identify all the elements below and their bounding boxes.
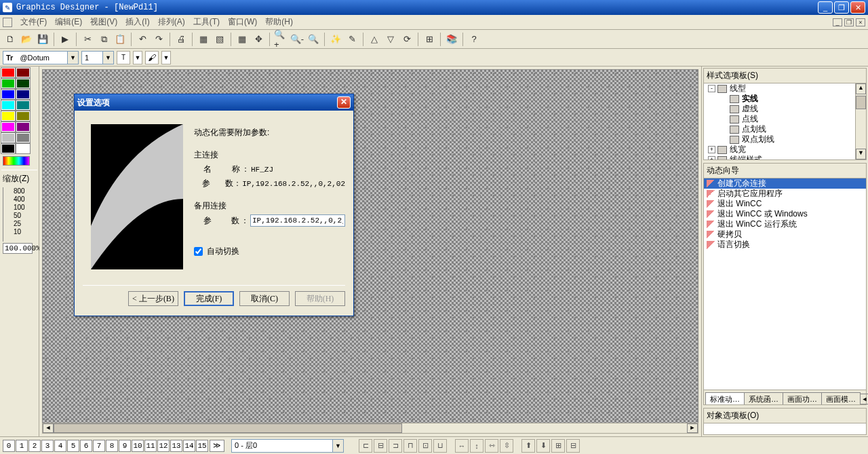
scroll-down-icon[interactable]: ▼ — [856, 149, 866, 159]
wizard-item[interactable]: 启动其它应用程序 — [704, 189, 866, 199]
menu-item[interactable]: 帮助(H) — [261, 15, 297, 29]
layer-tab[interactable]: 4 — [54, 440, 66, 452]
same-height-icon[interactable]: ⇳ — [500, 439, 513, 453]
same-width-icon[interactable]: ⇿ — [485, 439, 498, 453]
layer-tab[interactable]: 11 — [144, 440, 157, 452]
bring-front-icon[interactable]: ⬆ — [521, 439, 535, 453]
tree-row[interactable]: 实线 — [704, 94, 855, 104]
tree-row[interactable]: 点线 — [704, 114, 855, 124]
auto-switch-check[interactable] — [194, 247, 203, 256]
color-swatch[interactable] — [1, 122, 15, 132]
color-swatch[interactable] — [1, 100, 15, 110]
color-swatch[interactable] — [16, 122, 30, 132]
scroll-left-icon[interactable]: ◄ — [43, 423, 54, 433]
wizard-tab[interactable]: 画面模… — [821, 392, 861, 404]
layer-tab[interactable]: 0 — [3, 440, 15, 452]
auto-switch-checkbox[interactable]: 自动切换 — [194, 246, 345, 257]
grid1-button[interactable]: ▦ — [196, 32, 211, 47]
layer-combo[interactable]: 0 - 层0 ▼ — [231, 439, 344, 453]
help-button[interactable]: 帮助(H) — [295, 291, 345, 306]
fill-color-picker[interactable]: 🖌 — [145, 51, 159, 64]
horizontal-scrollbar[interactable]: ◄ ► — [42, 423, 698, 434]
align-bottom-icon[interactable]: ⊔ — [433, 439, 447, 453]
save-button[interactable]: 💾 — [35, 32, 50, 47]
fontsize-combo[interactable]: 1 ▼ — [81, 51, 114, 64]
text-color-picker[interactable]: T — [117, 51, 130, 64]
style-scrollbar[interactable]: ▲ ▼ — [855, 83, 866, 159]
wizard-tab[interactable]: 系统函… — [744, 392, 783, 404]
align-center-h-icon[interactable]: ⊟ — [374, 439, 387, 453]
wizard-tab[interactable]: 标准动… — [705, 392, 745, 404]
mdi-minimize-icon[interactable]: _ — [833, 18, 842, 26]
grid2-button[interactable]: ▧ — [212, 32, 227, 47]
scroll-up-icon[interactable]: ▲ — [856, 83, 866, 94]
text-color-arrow[interactable]: ▼ — [133, 51, 142, 64]
zoomfit-button[interactable]: 🔍 — [306, 32, 321, 47]
menu-item[interactable]: 窗口(W) — [224, 15, 261, 29]
rotate-button[interactable]: ⟳ — [399, 32, 414, 47]
color-swatch[interactable] — [16, 133, 30, 143]
zoomin-button[interactable]: 🔍+ — [273, 32, 288, 47]
color-swatch[interactable] — [16, 79, 30, 88]
layer-tab[interactable]: 12 — [157, 440, 170, 452]
edit-button[interactable]: ✎ — [344, 32, 359, 47]
more-layers-button[interactable]: ≫ — [210, 440, 224, 452]
dialog-close-button[interactable]: ✕ — [337, 96, 351, 109]
group-icon[interactable]: ⊞ — [551, 439, 565, 453]
menu-item[interactable]: 排列(A) — [154, 15, 189, 29]
tree-row[interactable]: 虚线 — [704, 104, 855, 114]
wizard-item[interactable]: 语言切换 — [704, 240, 866, 250]
align-left-icon[interactable]: ⊏ — [359, 439, 372, 453]
color-swatch[interactable] — [16, 90, 30, 99]
tree-row[interactable]: 点划线 — [704, 124, 855, 134]
tree-row[interactable]: +线宽 — [704, 145, 855, 155]
zoomout-button[interactable]: 🔍- — [290, 32, 304, 47]
wizard-item[interactable]: 退出 WinCC — [704, 199, 866, 209]
open-button[interactable]: 📂 — [19, 32, 34, 47]
wizard-item[interactable]: 退出 WinCC 运行系统 — [704, 219, 866, 229]
color-swatch[interactable] — [1, 68, 15, 77]
paste-button[interactable]: 📋 — [113, 32, 127, 47]
expand-icon[interactable]: - — [708, 85, 715, 92]
wizard-item[interactable]: 创建冗余连接 — [704, 178, 866, 189]
dist-h-icon[interactable]: ↔ — [455, 439, 469, 453]
cut-button[interactable]: ✂ — [80, 32, 95, 47]
menu-item[interactable]: 工具(T) — [189, 15, 224, 29]
grid-toggle-button[interactable]: ▦ — [235, 32, 250, 47]
layer-tab[interactable]: 2 — [28, 440, 41, 452]
zoom-value[interactable]: 100.000% — [3, 243, 33, 254]
menu-item[interactable]: 视图(V) — [86, 15, 121, 29]
backup-param-input[interactable] — [250, 214, 345, 227]
color-swatch[interactable] — [1, 144, 15, 153]
wizard-item[interactable]: 退出 WinCC 或 Windows — [704, 209, 866, 219]
layer-tab[interactable]: 10 — [132, 440, 144, 452]
dist-v-icon[interactable]: ↕ — [470, 439, 484, 453]
new-button[interactable]: 🗋 — [3, 32, 18, 47]
tab-nav-icon[interactable]: ◄ — [860, 394, 868, 404]
redo-button[interactable]: ↷ — [151, 32, 166, 47]
cancel-button[interactable]: 取消(C) — [239, 291, 290, 306]
lib-button[interactable]: 📚 — [444, 32, 459, 47]
copy-button[interactable]: ⧉ — [96, 32, 111, 47]
layer-tab[interactable]: 8 — [106, 440, 118, 452]
align-middle-icon[interactable]: ⊡ — [418, 439, 432, 453]
color-swatch[interactable] — [1, 111, 15, 121]
font-combo[interactable]: Tr @Dotum ▼ — [3, 51, 79, 64]
layer-tab[interactable]: 1 — [16, 440, 28, 452]
layer-tab[interactable]: 7 — [93, 440, 105, 452]
zoom-slider[interactable]: 800400100502510 — [3, 187, 37, 242]
layer-tab[interactable]: 9 — [119, 440, 131, 452]
object-panel-body[interactable] — [704, 423, 866, 434]
mdi-close-icon[interactable]: × — [856, 18, 865, 26]
print-button[interactable]: 🖨 — [174, 32, 189, 47]
tree-row[interactable]: 双点划线 — [704, 134, 855, 145]
layer-tab[interactable]: 13 — [170, 440, 182, 452]
expand-icon[interactable]: + — [708, 146, 715, 153]
undo-button[interactable]: ↶ — [135, 32, 150, 47]
color-swatch[interactable] — [1, 90, 15, 99]
expand-icon[interactable]: + — [708, 156, 715, 159]
menu-item[interactable]: 编辑(E) — [51, 15, 86, 29]
chevron-down-icon[interactable]: ▼ — [67, 52, 78, 64]
color-swatch[interactable] — [16, 68, 30, 77]
app-menu-icon[interactable] — [3, 18, 12, 27]
